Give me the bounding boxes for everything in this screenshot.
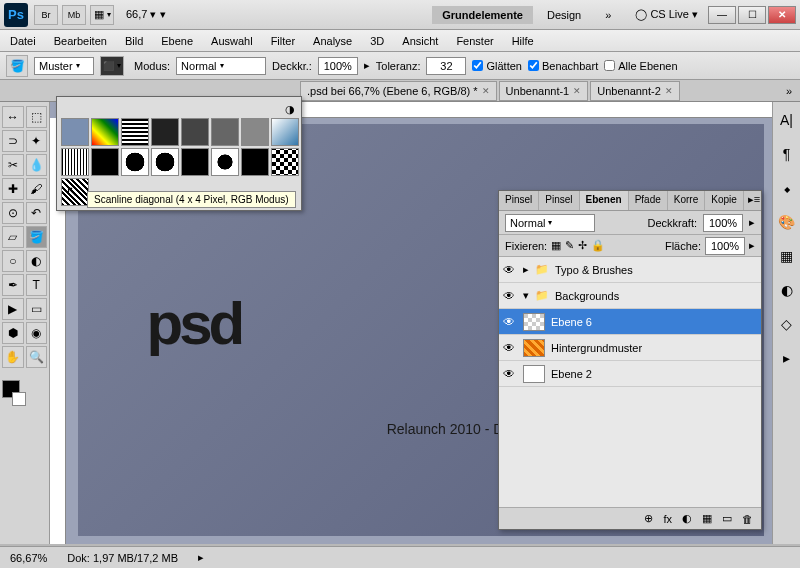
contiguous-checkbox[interactable]: Benachbart bbox=[528, 60, 598, 72]
lock-pixels-icon[interactable]: ✎ bbox=[565, 239, 574, 252]
pattern-dropdown[interactable]: ⬛ bbox=[100, 56, 124, 76]
layer-group[interactable]: 👁 ▾ 📁 Backgrounds bbox=[499, 283, 761, 309]
pattern-swatch[interactable] bbox=[211, 118, 239, 146]
bucket-tool[interactable]: 🪣 bbox=[26, 226, 48, 248]
swatches-panel-icon[interactable]: ▦ bbox=[777, 246, 797, 266]
menu-fenster[interactable]: Fenster bbox=[456, 35, 493, 47]
wand-tool[interactable]: ✦ bbox=[26, 130, 48, 152]
close-button[interactable]: ✕ bbox=[768, 6, 796, 24]
pattern-swatch[interactable] bbox=[211, 148, 239, 176]
type-tool[interactable]: T bbox=[26, 274, 48, 296]
tab-overflow[interactable]: » bbox=[778, 85, 800, 97]
all-layers-checkbox[interactable]: Alle Ebenen bbox=[604, 60, 677, 72]
marquee-tool[interactable]: ⬚ bbox=[26, 106, 48, 128]
pattern-swatch-selected[interactable]: ↖ bbox=[61, 178, 89, 206]
zoom-level[interactable]: 66,7 ▾ ▾ bbox=[126, 8, 166, 21]
visibility-icon[interactable]: 👁 bbox=[503, 263, 517, 277]
visibility-icon[interactable]: 👁 bbox=[503, 315, 517, 329]
doc-tab[interactable]: Unbenannt-1✕ bbox=[499, 81, 589, 101]
healing-tool[interactable]: ✚ bbox=[2, 178, 24, 200]
menu-hilfe[interactable]: Hilfe bbox=[512, 35, 534, 47]
fx-icon[interactable]: fx bbox=[663, 513, 672, 525]
tab-pinsel[interactable]: Pinsel bbox=[499, 191, 539, 210]
dodge-tool[interactable]: ◐ bbox=[26, 250, 48, 272]
pattern-swatch[interactable] bbox=[241, 118, 269, 146]
new-layer-icon[interactable]: ▭ bbox=[722, 512, 732, 525]
tab-ebenen[interactable]: Ebenen bbox=[580, 191, 629, 210]
layer-group[interactable]: 👁 ▸ 📁 Typo & Brushes bbox=[499, 257, 761, 283]
pattern-swatch[interactable] bbox=[151, 118, 179, 146]
panel-menu-icon[interactable]: ▸≡ bbox=[744, 191, 764, 210]
pattern-swatch[interactable] bbox=[271, 118, 299, 146]
chevron-right-icon[interactable]: ▸ bbox=[523, 263, 529, 276]
brush-tool[interactable]: 🖌 bbox=[26, 178, 48, 200]
minimize-button[interactable]: — bbox=[708, 6, 736, 24]
close-icon[interactable]: ✕ bbox=[573, 86, 581, 96]
close-icon[interactable]: ✕ bbox=[482, 86, 490, 96]
layer-name[interactable]: Hintergrundmuster bbox=[551, 342, 642, 354]
pattern-swatch[interactable] bbox=[181, 118, 209, 146]
menu-analyse[interactable]: Analyse bbox=[313, 35, 352, 47]
pattern-swatch[interactable] bbox=[121, 148, 149, 176]
adjustments-panel-icon[interactable]: ◐ bbox=[777, 280, 797, 300]
layer-item[interactable]: 👁 Hintergrundmuster bbox=[499, 335, 761, 361]
tool-preset[interactable]: 🪣 bbox=[6, 55, 28, 77]
adjustment-icon[interactable]: ▦ bbox=[702, 512, 712, 525]
move-tool[interactable]: ↔ bbox=[2, 106, 24, 128]
layers-panel-icon[interactable]: ◇ bbox=[777, 314, 797, 334]
lock-transparency-icon[interactable]: ▦ bbox=[551, 239, 561, 252]
layer-name[interactable]: Typo & Brushes bbox=[555, 264, 633, 276]
lock-position-icon[interactable]: ✢ bbox=[578, 239, 587, 252]
lock-all-icon[interactable]: 🔒 bbox=[591, 239, 605, 252]
camera-tool[interactable]: ◉ bbox=[26, 322, 48, 344]
workspace-design[interactable]: Design bbox=[537, 6, 591, 24]
cslive-button[interactable]: ◯ CS Live ▾ bbox=[635, 8, 698, 21]
visibility-icon[interactable]: 👁 bbox=[503, 367, 517, 381]
tab-pfade[interactable]: Pfade bbox=[629, 191, 668, 210]
menu-bild[interactable]: Bild bbox=[125, 35, 143, 47]
tab-pinsel2[interactable]: Pinsel bbox=[539, 191, 579, 210]
menu-ebene[interactable]: Ebene bbox=[161, 35, 193, 47]
pattern-swatch[interactable] bbox=[121, 118, 149, 146]
mask-icon[interactable]: ◐ bbox=[682, 512, 692, 525]
visibility-icon[interactable]: 👁 bbox=[503, 341, 517, 355]
eyedropper-tool[interactable]: 💧 bbox=[26, 154, 48, 176]
antialias-checkbox[interactable]: Glätten bbox=[472, 60, 521, 72]
link-layers-icon[interactable]: ⊕ bbox=[644, 512, 653, 525]
layer-thumbnail[interactable] bbox=[523, 365, 545, 383]
layer-thumbnail[interactable] bbox=[523, 339, 545, 357]
doc-tab-active[interactable]: .psd bei 66,7% (Ebene 6, RGB/8) *✕ bbox=[300, 81, 497, 101]
hand-tool[interactable]: ✋ bbox=[2, 346, 24, 368]
close-icon[interactable]: ✕ bbox=[665, 86, 673, 96]
type-panel-icon[interactable]: A| bbox=[777, 110, 797, 130]
eraser-tool[interactable]: ▱ bbox=[2, 226, 24, 248]
opacity-input[interactable]: 100% bbox=[318, 57, 358, 75]
stamp-tool[interactable]: ⊙ bbox=[2, 202, 24, 224]
path-select-tool[interactable]: ▶ bbox=[2, 298, 24, 320]
3d-tool[interactable]: ⬢ bbox=[2, 322, 24, 344]
color-panel-icon[interactable]: 🎨 bbox=[777, 212, 797, 232]
status-zoom[interactable]: 66,67% bbox=[10, 552, 47, 564]
pen-tool[interactable]: ✒ bbox=[2, 274, 24, 296]
background-color[interactable] bbox=[12, 392, 26, 406]
layer-name[interactable]: Ebene 2 bbox=[551, 368, 592, 380]
layer-fill-input[interactable]: 100% bbox=[705, 237, 745, 255]
blur-tool[interactable]: ○ bbox=[2, 250, 24, 272]
menu-3d[interactable]: 3D bbox=[370, 35, 384, 47]
pattern-swatch[interactable] bbox=[271, 148, 299, 176]
pattern-swatch[interactable] bbox=[61, 118, 89, 146]
visibility-icon[interactable]: 👁 bbox=[503, 289, 517, 303]
menu-filter[interactable]: Filter bbox=[271, 35, 295, 47]
pattern-swatch[interactable] bbox=[61, 148, 89, 176]
pattern-menu-icon[interactable]: ◑ bbox=[61, 101, 297, 118]
bridge-button[interactable]: Br bbox=[34, 5, 58, 25]
workspace-more[interactable]: » bbox=[595, 6, 621, 24]
layout-dropdown[interactable]: ▦ bbox=[90, 5, 114, 25]
history-brush-tool[interactable]: ↶ bbox=[26, 202, 48, 224]
menu-auswahl[interactable]: Auswahl bbox=[211, 35, 253, 47]
minibridge-button[interactable]: Mb bbox=[62, 5, 86, 25]
maximize-button[interactable]: ☐ bbox=[738, 6, 766, 24]
shape-tool[interactable]: ▭ bbox=[26, 298, 48, 320]
tolerance-input[interactable]: 32 bbox=[426, 57, 466, 75]
layer-name[interactable]: Backgrounds bbox=[555, 290, 619, 302]
